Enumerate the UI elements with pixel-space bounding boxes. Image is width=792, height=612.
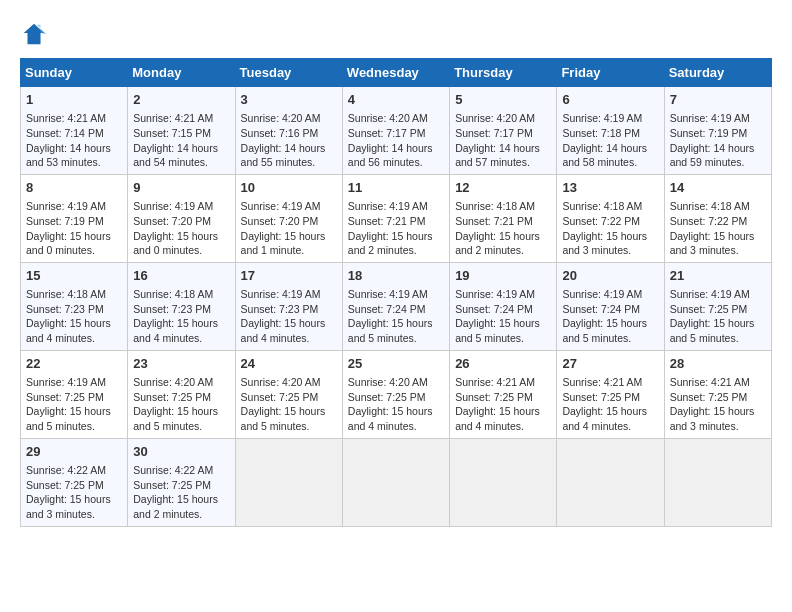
daylight-text: Daylight: 15 hours and 4 minutes. — [455, 405, 540, 432]
calendar-cell: 16Sunrise: 4:18 AMSunset: 7:23 PMDayligh… — [128, 262, 235, 350]
calendar-cell: 23Sunrise: 4:20 AMSunset: 7:25 PMDayligh… — [128, 350, 235, 438]
day-number: 20 — [562, 267, 658, 285]
sunrise-text: Sunrise: 4:21 AM — [455, 376, 535, 388]
calendar-cell: 7Sunrise: 4:19 AMSunset: 7:19 PMDaylight… — [664, 87, 771, 175]
sunrise-text: Sunrise: 4:19 AM — [562, 112, 642, 124]
calendar-table: SundayMondayTuesdayWednesdayThursdayFrid… — [20, 58, 772, 527]
sunrise-text: Sunrise: 4:20 AM — [133, 376, 213, 388]
sunset-text: Sunset: 7:24 PM — [562, 303, 640, 315]
sunset-text: Sunset: 7:25 PM — [133, 391, 211, 403]
header-friday: Friday — [557, 59, 664, 87]
sunrise-text: Sunrise: 4:21 AM — [562, 376, 642, 388]
svg-marker-0 — [24, 24, 45, 45]
sunrise-text: Sunrise: 4:20 AM — [241, 112, 321, 124]
sunset-text: Sunset: 7:23 PM — [241, 303, 319, 315]
daylight-text: Daylight: 15 hours and 5 minutes. — [241, 405, 326, 432]
day-number: 2 — [133, 91, 229, 109]
daylight-text: Daylight: 15 hours and 4 minutes. — [26, 317, 111, 344]
day-number: 1 — [26, 91, 122, 109]
calendar-cell: 8Sunrise: 4:19 AMSunset: 7:19 PMDaylight… — [21, 174, 128, 262]
sunrise-text: Sunrise: 4:18 AM — [562, 200, 642, 212]
day-number: 14 — [670, 179, 766, 197]
calendar-cell: 15Sunrise: 4:18 AMSunset: 7:23 PMDayligh… — [21, 262, 128, 350]
calendar-cell: 28Sunrise: 4:21 AMSunset: 7:25 PMDayligh… — [664, 350, 771, 438]
daylight-text: Daylight: 14 hours and 53 minutes. — [26, 142, 111, 169]
sunrise-text: Sunrise: 4:22 AM — [133, 464, 213, 476]
calendar-cell: 3Sunrise: 4:20 AMSunset: 7:16 PMDaylight… — [235, 87, 342, 175]
sunset-text: Sunset: 7:22 PM — [562, 215, 640, 227]
sunset-text: Sunset: 7:23 PM — [26, 303, 104, 315]
sunrise-text: Sunrise: 4:19 AM — [670, 112, 750, 124]
sunset-text: Sunset: 7:25 PM — [670, 391, 748, 403]
calendar-week-5: 29Sunrise: 4:22 AMSunset: 7:25 PMDayligh… — [21, 438, 772, 526]
day-number: 19 — [455, 267, 551, 285]
calendar-cell — [450, 438, 557, 526]
sunset-text: Sunset: 7:19 PM — [26, 215, 104, 227]
calendar-cell: 13Sunrise: 4:18 AMSunset: 7:22 PMDayligh… — [557, 174, 664, 262]
day-number: 21 — [670, 267, 766, 285]
day-number: 15 — [26, 267, 122, 285]
sunrise-text: Sunrise: 4:22 AM — [26, 464, 106, 476]
sunset-text: Sunset: 7:25 PM — [670, 303, 748, 315]
sunrise-text: Sunrise: 4:20 AM — [241, 376, 321, 388]
sunrise-text: Sunrise: 4:19 AM — [26, 376, 106, 388]
sunset-text: Sunset: 7:23 PM — [133, 303, 211, 315]
calendar-week-4: 22Sunrise: 4:19 AMSunset: 7:25 PMDayligh… — [21, 350, 772, 438]
day-number: 9 — [133, 179, 229, 197]
day-number: 25 — [348, 355, 444, 373]
day-number: 17 — [241, 267, 337, 285]
sunset-text: Sunset: 7:21 PM — [455, 215, 533, 227]
sunset-text: Sunset: 7:25 PM — [348, 391, 426, 403]
sunset-text: Sunset: 7:24 PM — [348, 303, 426, 315]
sunset-text: Sunset: 7:14 PM — [26, 127, 104, 139]
day-number: 4 — [348, 91, 444, 109]
sunrise-text: Sunrise: 4:18 AM — [670, 200, 750, 212]
calendar-cell: 4Sunrise: 4:20 AMSunset: 7:17 PMDaylight… — [342, 87, 449, 175]
sunrise-text: Sunrise: 4:19 AM — [133, 200, 213, 212]
daylight-text: Daylight: 14 hours and 58 minutes. — [562, 142, 647, 169]
daylight-text: Daylight: 15 hours and 5 minutes. — [455, 317, 540, 344]
sunrise-text: Sunrise: 4:20 AM — [348, 376, 428, 388]
day-number: 28 — [670, 355, 766, 373]
daylight-text: Daylight: 15 hours and 4 minutes. — [348, 405, 433, 432]
sunrise-text: Sunrise: 4:21 AM — [133, 112, 213, 124]
calendar-cell: 17Sunrise: 4:19 AMSunset: 7:23 PMDayligh… — [235, 262, 342, 350]
daylight-text: Daylight: 15 hours and 3 minutes. — [562, 230, 647, 257]
daylight-text: Daylight: 15 hours and 0 minutes. — [26, 230, 111, 257]
page-header — [20, 20, 772, 48]
calendar-cell — [342, 438, 449, 526]
day-number: 27 — [562, 355, 658, 373]
header-wednesday: Wednesday — [342, 59, 449, 87]
sunrise-text: Sunrise: 4:21 AM — [670, 376, 750, 388]
sunset-text: Sunset: 7:25 PM — [26, 391, 104, 403]
calendar-cell — [557, 438, 664, 526]
sunrise-text: Sunrise: 4:20 AM — [455, 112, 535, 124]
sunrise-text: Sunrise: 4:19 AM — [241, 200, 321, 212]
daylight-text: Daylight: 15 hours and 4 minutes. — [241, 317, 326, 344]
day-number: 12 — [455, 179, 551, 197]
day-number: 10 — [241, 179, 337, 197]
calendar-header-row: SundayMondayTuesdayWednesdayThursdayFrid… — [21, 59, 772, 87]
header-tuesday: Tuesday — [235, 59, 342, 87]
calendar-cell: 24Sunrise: 4:20 AMSunset: 7:25 PMDayligh… — [235, 350, 342, 438]
sunset-text: Sunset: 7:19 PM — [670, 127, 748, 139]
sunrise-text: Sunrise: 4:18 AM — [455, 200, 535, 212]
sunrise-text: Sunrise: 4:19 AM — [562, 288, 642, 300]
day-number: 11 — [348, 179, 444, 197]
calendar-week-2: 8Sunrise: 4:19 AMSunset: 7:19 PMDaylight… — [21, 174, 772, 262]
calendar-cell: 9Sunrise: 4:19 AMSunset: 7:20 PMDaylight… — [128, 174, 235, 262]
sunrise-text: Sunrise: 4:19 AM — [241, 288, 321, 300]
sunrise-text: Sunrise: 4:19 AM — [455, 288, 535, 300]
sunrise-text: Sunrise: 4:20 AM — [348, 112, 428, 124]
header-monday: Monday — [128, 59, 235, 87]
sunrise-text: Sunrise: 4:18 AM — [133, 288, 213, 300]
day-number: 16 — [133, 267, 229, 285]
daylight-text: Daylight: 15 hours and 0 minutes. — [133, 230, 218, 257]
day-number: 13 — [562, 179, 658, 197]
daylight-text: Daylight: 15 hours and 2 minutes. — [348, 230, 433, 257]
sunset-text: Sunset: 7:25 PM — [133, 479, 211, 491]
sunset-text: Sunset: 7:20 PM — [133, 215, 211, 227]
sunset-text: Sunset: 7:15 PM — [133, 127, 211, 139]
calendar-cell: 11Sunrise: 4:19 AMSunset: 7:21 PMDayligh… — [342, 174, 449, 262]
daylight-text: Daylight: 15 hours and 4 minutes. — [562, 405, 647, 432]
